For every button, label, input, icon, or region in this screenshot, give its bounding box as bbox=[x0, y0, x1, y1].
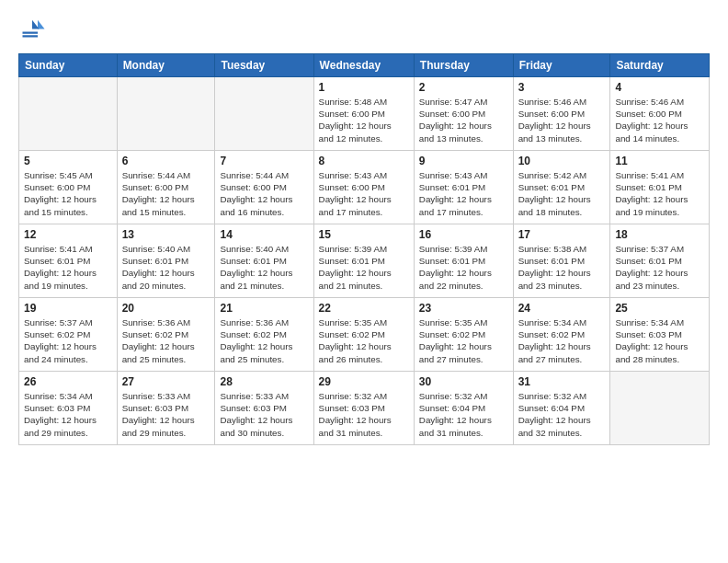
week-row-4: 19Sunrise: 5:37 AM Sunset: 6:02 PM Dayli… bbox=[19, 298, 710, 372]
day-info: Sunrise: 5:48 AM Sunset: 6:00 PM Dayligh… bbox=[319, 96, 409, 144]
week-row-3: 12Sunrise: 5:41 AM Sunset: 6:01 PM Dayli… bbox=[19, 224, 710, 298]
day-number: 9 bbox=[419, 155, 508, 167]
day-number: 1 bbox=[319, 81, 409, 94]
weekday-header-tuesday: Tuesday bbox=[215, 54, 313, 77]
day-number: 27 bbox=[122, 375, 210, 388]
weekday-header-row: SundayMondayTuesdayWednesdayThursdayFrid… bbox=[19, 54, 710, 77]
day-cell: 29Sunrise: 5:32 AM Sunset: 6:03 PM Dayli… bbox=[313, 372, 414, 445]
day-info: Sunrise: 5:46 AM Sunset: 6:00 PM Dayligh… bbox=[615, 96, 704, 144]
day-info: Sunrise: 5:41 AM Sunset: 6:01 PM Dayligh… bbox=[24, 243, 112, 292]
day-info: Sunrise: 5:34 AM Sunset: 6:03 PM Dayligh… bbox=[615, 316, 704, 365]
day-number: 14 bbox=[220, 228, 308, 241]
day-cell: 5Sunrise: 5:45 AM Sunset: 6:00 PM Daylig… bbox=[19, 151, 118, 224]
day-info: Sunrise: 5:36 AM Sunset: 6:02 PM Dayligh… bbox=[122, 316, 210, 365]
day-cell bbox=[215, 77, 313, 151]
day-number: 8 bbox=[319, 155, 409, 167]
day-cell: 4Sunrise: 5:46 AM Sunset: 6:00 PM Daylig… bbox=[610, 77, 710, 151]
day-info: Sunrise: 5:37 AM Sunset: 6:02 PM Dayligh… bbox=[24, 316, 112, 365]
day-number: 21 bbox=[220, 302, 308, 315]
day-info: Sunrise: 5:40 AM Sunset: 6:01 PM Dayligh… bbox=[122, 243, 210, 292]
svg-rect-2 bbox=[23, 32, 39, 34]
logo bbox=[18, 17, 50, 44]
day-info: Sunrise: 5:47 AM Sunset: 6:00 PM Dayligh… bbox=[419, 96, 508, 144]
day-info: Sunrise: 5:45 AM Sunset: 6:00 PM Dayligh… bbox=[24, 169, 112, 218]
day-cell: 7Sunrise: 5:44 AM Sunset: 6:00 PM Daylig… bbox=[215, 151, 313, 224]
day-info: Sunrise: 5:39 AM Sunset: 6:01 PM Dayligh… bbox=[319, 243, 409, 292]
day-number: 13 bbox=[122, 228, 210, 241]
weekday-header-monday: Monday bbox=[117, 54, 215, 77]
day-info: Sunrise: 5:44 AM Sunset: 6:00 PM Dayligh… bbox=[122, 169, 210, 218]
day-info: Sunrise: 5:32 AM Sunset: 6:04 PM Dayligh… bbox=[518, 390, 606, 439]
day-cell bbox=[19, 77, 118, 151]
day-cell: 21Sunrise: 5:36 AM Sunset: 6:02 PM Dayli… bbox=[215, 298, 313, 372]
header bbox=[18, 17, 710, 44]
day-cell: 25Sunrise: 5:34 AM Sunset: 6:03 PM Dayli… bbox=[610, 298, 710, 372]
day-number: 24 bbox=[518, 302, 606, 315]
day-cell: 18Sunrise: 5:37 AM Sunset: 6:01 PM Dayli… bbox=[610, 224, 710, 298]
day-cell: 9Sunrise: 5:43 AM Sunset: 6:01 PM Daylig… bbox=[414, 151, 513, 224]
day-info: Sunrise: 5:40 AM Sunset: 6:01 PM Dayligh… bbox=[220, 243, 308, 292]
day-number: 10 bbox=[518, 155, 606, 167]
day-info: Sunrise: 5:37 AM Sunset: 6:01 PM Dayligh… bbox=[615, 243, 704, 292]
day-cell: 15Sunrise: 5:39 AM Sunset: 6:01 PM Dayli… bbox=[313, 224, 414, 298]
day-info: Sunrise: 5:43 AM Sunset: 6:00 PM Dayligh… bbox=[319, 169, 409, 218]
week-row-5: 26Sunrise: 5:34 AM Sunset: 6:03 PM Dayli… bbox=[19, 372, 710, 445]
weekday-header-wednesday: Wednesday bbox=[313, 54, 414, 77]
day-cell: 17Sunrise: 5:38 AM Sunset: 6:01 PM Dayli… bbox=[513, 224, 610, 298]
day-number: 26 bbox=[24, 375, 112, 388]
day-cell: 22Sunrise: 5:35 AM Sunset: 6:02 PM Dayli… bbox=[313, 298, 414, 372]
logo-icon bbox=[18, 17, 46, 44]
day-number: 23 bbox=[419, 302, 508, 315]
day-info: Sunrise: 5:36 AM Sunset: 6:02 PM Dayligh… bbox=[220, 316, 308, 365]
day-cell: 13Sunrise: 5:40 AM Sunset: 6:01 PM Dayli… bbox=[117, 224, 215, 298]
day-info: Sunrise: 5:35 AM Sunset: 6:02 PM Dayligh… bbox=[319, 316, 409, 365]
day-cell: 30Sunrise: 5:32 AM Sunset: 6:04 PM Dayli… bbox=[414, 372, 513, 445]
day-info: Sunrise: 5:44 AM Sunset: 6:00 PM Dayligh… bbox=[220, 169, 308, 218]
day-cell: 23Sunrise: 5:35 AM Sunset: 6:02 PM Dayli… bbox=[414, 298, 513, 372]
day-cell: 14Sunrise: 5:40 AM Sunset: 6:01 PM Dayli… bbox=[215, 224, 313, 298]
svg-rect-3 bbox=[23, 35, 39, 37]
day-number: 20 bbox=[122, 302, 210, 315]
day-info: Sunrise: 5:38 AM Sunset: 6:01 PM Dayligh… bbox=[518, 243, 606, 292]
day-info: Sunrise: 5:34 AM Sunset: 6:02 PM Dayligh… bbox=[518, 316, 606, 365]
day-number: 28 bbox=[220, 375, 308, 388]
day-number: 18 bbox=[615, 228, 704, 241]
day-cell: 10Sunrise: 5:42 AM Sunset: 6:01 PM Dayli… bbox=[513, 151, 610, 224]
day-cell: 20Sunrise: 5:36 AM Sunset: 6:02 PM Dayli… bbox=[117, 298, 215, 372]
day-number: 30 bbox=[419, 375, 508, 388]
day-number: 19 bbox=[24, 302, 112, 315]
day-info: Sunrise: 5:42 AM Sunset: 6:01 PM Dayligh… bbox=[518, 169, 606, 218]
day-cell bbox=[117, 77, 215, 151]
page: SundayMondayTuesdayWednesdayThursdayFrid… bbox=[0, 0, 728, 563]
weekday-header-sunday: Sunday bbox=[19, 54, 118, 77]
day-cell: 24Sunrise: 5:34 AM Sunset: 6:02 PM Dayli… bbox=[513, 298, 610, 372]
day-info: Sunrise: 5:32 AM Sunset: 6:03 PM Dayligh… bbox=[319, 390, 409, 439]
day-number: 25 bbox=[615, 302, 704, 315]
day-cell: 2Sunrise: 5:47 AM Sunset: 6:00 PM Daylig… bbox=[414, 77, 513, 151]
day-number: 3 bbox=[518, 81, 606, 94]
day-info: Sunrise: 5:41 AM Sunset: 6:01 PM Dayligh… bbox=[615, 169, 704, 218]
day-cell: 31Sunrise: 5:32 AM Sunset: 6:04 PM Dayli… bbox=[513, 372, 610, 445]
day-number: 12 bbox=[24, 228, 112, 241]
day-number: 22 bbox=[319, 302, 409, 315]
day-cell: 8Sunrise: 5:43 AM Sunset: 6:00 PM Daylig… bbox=[313, 151, 414, 224]
day-number: 17 bbox=[518, 228, 606, 241]
week-row-1: 1Sunrise: 5:48 AM Sunset: 6:00 PM Daylig… bbox=[19, 77, 710, 151]
day-info: Sunrise: 5:43 AM Sunset: 6:01 PM Dayligh… bbox=[419, 169, 508, 218]
day-number: 15 bbox=[319, 228, 409, 241]
day-cell: 16Sunrise: 5:39 AM Sunset: 6:01 PM Dayli… bbox=[414, 224, 513, 298]
day-number: 29 bbox=[319, 375, 409, 388]
day-info: Sunrise: 5:35 AM Sunset: 6:02 PM Dayligh… bbox=[419, 316, 508, 365]
day-number: 5 bbox=[24, 155, 112, 167]
day-info: Sunrise: 5:34 AM Sunset: 6:03 PM Dayligh… bbox=[24, 390, 112, 439]
day-cell: 27Sunrise: 5:33 AM Sunset: 6:03 PM Dayli… bbox=[117, 372, 215, 445]
svg-marker-0 bbox=[38, 20, 45, 29]
week-row-2: 5Sunrise: 5:45 AM Sunset: 6:00 PM Daylig… bbox=[19, 151, 710, 224]
day-number: 31 bbox=[518, 375, 606, 388]
day-cell: 11Sunrise: 5:41 AM Sunset: 6:01 PM Dayli… bbox=[610, 151, 710, 224]
day-info: Sunrise: 5:39 AM Sunset: 6:01 PM Dayligh… bbox=[419, 243, 508, 292]
day-cell: 6Sunrise: 5:44 AM Sunset: 6:00 PM Daylig… bbox=[117, 151, 215, 224]
weekday-header-friday: Friday bbox=[513, 54, 610, 77]
day-cell: 19Sunrise: 5:37 AM Sunset: 6:02 PM Dayli… bbox=[19, 298, 118, 372]
day-number: 11 bbox=[615, 155, 704, 167]
